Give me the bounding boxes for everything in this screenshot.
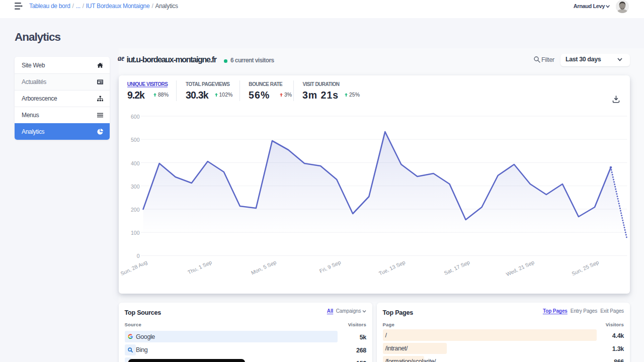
svg-text:Mon, 5 Sep: Mon, 5 Sep [250,259,277,276]
svg-text:300: 300 [131,184,140,190]
svg-text:600: 600 [131,114,140,120]
svg-text:100: 100 [131,230,140,236]
svg-text:Sat, 17 Sep: Sat, 17 Sep [443,259,471,276]
svg-text:Thu, 1 Sep: Thu, 1 Sep [187,259,213,276]
svg-text:Sun, 25 Sep: Sun, 25 Sep [571,259,600,277]
svg-text:0: 0 [137,253,140,259]
svg-text:500: 500 [131,137,140,143]
svg-text:Sun, 28 Aug: Sun, 28 Aug [120,259,148,277]
svg-text:Tue, 13 Sep: Tue, 13 Sep [378,259,407,277]
svg-text:Wed, 21 Sep: Wed, 21 Sep [505,259,535,278]
svg-text:200: 200 [131,207,140,213]
svg-text:Fri, 9 Sep: Fri, 9 Sep [318,259,342,274]
svg-text:400: 400 [131,160,140,166]
